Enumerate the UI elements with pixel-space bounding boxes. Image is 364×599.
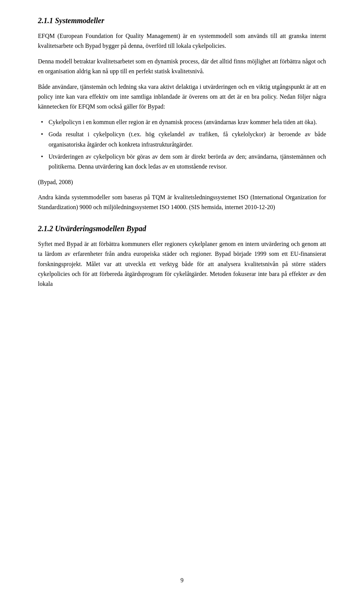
section-2-1-2-heading: 2.1.2 Utvärderingsmodellen Bypad (38, 223, 326, 234)
bullet-list-efqm: Cykelpolicyn i en kommun eller region är… (38, 117, 326, 172)
bullet-item-2: Goda resultat i cykelpolicyn (t.ex. hög … (38, 129, 326, 150)
paragraph-bade: Både användare, tjänstemän och ledning s… (38, 82, 326, 112)
section-2-1-1: 2.1.1 Systemmodeller EFQM (European Foun… (38, 15, 326, 213)
bullet-item-3: Utvärderingen av cykelpolicyn bör göras … (38, 152, 326, 172)
page-number: 9 (0, 577, 364, 584)
paragraph-andra-kanda: Andra kända systemmodeller som baseras p… (38, 192, 326, 213)
section-2-1-1-heading: 2.1.1 Systemmodeller (38, 15, 326, 26)
page: 2.1.1 Systemmodeller EFQM (European Foun… (0, 0, 364, 599)
bypad-reference: (Bypad, 2008) (38, 177, 326, 187)
paragraph-dynamisk: Denna modell betraktar kvalitetsarbetet … (38, 57, 326, 77)
section-2-1-2: 2.1.2 Utvärderingsmodellen Bypad Syftet … (38, 223, 326, 289)
paragraph-efqm-intro: EFQM (European Foundation for Quality Ma… (38, 31, 326, 51)
bullet-item-1: Cykelpolicyn i en kommun eller region är… (38, 117, 326, 127)
paragraph-bypad-syfte: Syftet med Bypad är att förbättra kommun… (38, 239, 326, 289)
